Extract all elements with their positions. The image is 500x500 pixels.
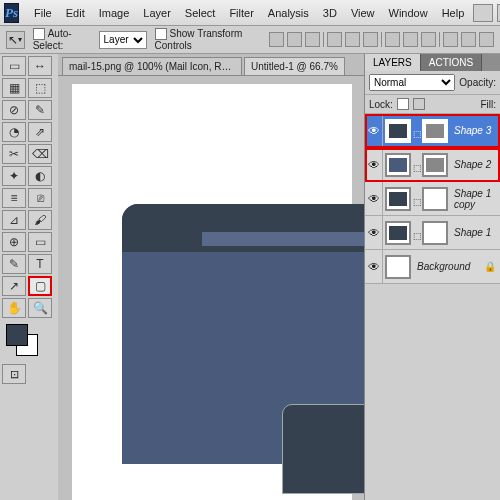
- layer-name[interactable]: Shape 1: [450, 227, 500, 238]
- mask-thumb[interactable]: [422, 153, 448, 177]
- menu-analysis[interactable]: Analysis: [261, 4, 316, 22]
- canvas-area[interactable]: [58, 76, 364, 500]
- layer-thumb[interactable]: [385, 187, 411, 211]
- tool-21[interactable]: ▢: [28, 276, 52, 296]
- panel-tab-layers[interactable]: LAYERS: [365, 54, 421, 71]
- lock-label: Lock:: [369, 99, 393, 110]
- visibility-toggle-icon[interactable]: 👁: [365, 182, 383, 215]
- tool-0[interactable]: ▭: [2, 56, 26, 76]
- bridge-icon[interactable]: [473, 4, 493, 22]
- shape-rect-selected: [282, 404, 364, 494]
- dist-icon[interactable]: [461, 32, 476, 47]
- visibility-toggle-icon[interactable]: 👁: [365, 114, 383, 147]
- document-tabs: mail-15.png @ 100% (Mail Icon, RGB/8) *U…: [58, 54, 364, 76]
- tool-8[interactable]: ✂: [2, 144, 26, 164]
- layer-link-icon[interactable]: ⬚: [413, 123, 420, 139]
- tool-12[interactable]: ≡: [2, 188, 26, 208]
- align-icon[interactable]: [269, 32, 284, 47]
- layer-name[interactable]: Shape 1 copy: [450, 188, 500, 210]
- tool-19[interactable]: T: [28, 254, 52, 274]
- align-icon[interactable]: [287, 32, 302, 47]
- tool-7[interactable]: ⇗: [28, 122, 52, 142]
- align-icon[interactable]: [363, 32, 378, 47]
- opacity-label: Opacity:: [459, 77, 496, 88]
- align-icon[interactable]: [345, 32, 360, 47]
- layer-name[interactable]: Shape 2: [450, 159, 500, 170]
- dist-icon[interactable]: [443, 32, 458, 47]
- tool-1[interactable]: ↔: [28, 56, 52, 76]
- menu-window[interactable]: Window: [382, 4, 435, 22]
- layer-row[interactable]: 👁Background🔒: [365, 250, 500, 284]
- tool-14[interactable]: ⊿: [2, 210, 26, 230]
- move-tool-icon[interactable]: ↖▾: [6, 31, 25, 49]
- layer-thumb[interactable]: [385, 221, 411, 245]
- tool-18[interactable]: ✎: [2, 254, 26, 274]
- dist-icon[interactable]: [403, 32, 418, 47]
- color-swatches[interactable]: [6, 324, 46, 354]
- menu-view[interactable]: View: [344, 4, 382, 22]
- layer-row[interactable]: 👁⬚Shape 1: [365, 216, 500, 250]
- auto-select-target[interactable]: Layer: [99, 31, 147, 49]
- quickmask-icon[interactable]: ⊡: [2, 364, 26, 384]
- tool-9[interactable]: ⌫: [28, 144, 52, 164]
- align-icon[interactable]: [305, 32, 320, 47]
- layer-thumb[interactable]: [385, 153, 411, 177]
- layer-link-icon[interactable]: ⬚: [413, 225, 420, 241]
- mask-thumb[interactable]: [422, 187, 448, 211]
- layer-thumb[interactable]: [385, 255, 411, 279]
- dist-icon[interactable]: [421, 32, 436, 47]
- tool-4[interactable]: ⊘: [2, 100, 26, 120]
- tool-17[interactable]: ▭: [28, 232, 52, 252]
- tool-16[interactable]: ⊕: [2, 232, 26, 252]
- menu-filter[interactable]: Filter: [222, 4, 260, 22]
- dist-icon[interactable]: [385, 32, 400, 47]
- lock-pixels-icon[interactable]: [413, 98, 425, 110]
- layer-thumbs: ⬚: [383, 151, 450, 179]
- mask-thumb[interactable]: [422, 221, 448, 245]
- app-logo: Ps: [4, 3, 19, 23]
- align-icon[interactable]: [327, 32, 342, 47]
- menu-3d[interactable]: 3D: [316, 4, 344, 22]
- lock-icon: 🔒: [484, 261, 500, 272]
- tool-6[interactable]: ◔: [2, 122, 26, 142]
- menu-edit[interactable]: Edit: [59, 4, 92, 22]
- doc-tab[interactable]: Untitled-1 @ 66.7%: [244, 57, 345, 75]
- tool-23[interactable]: 🔍: [28, 298, 52, 318]
- blend-mode-select[interactable]: Normal: [369, 74, 455, 91]
- menu-image[interactable]: Image: [92, 4, 137, 22]
- menu-file[interactable]: File: [27, 4, 59, 22]
- visibility-toggle-icon[interactable]: 👁: [365, 216, 383, 249]
- panel-tab-actions[interactable]: ACTIONS: [421, 54, 482, 71]
- auto-select-checkbox[interactable]: Auto-Select:: [33, 28, 91, 51]
- menu-help[interactable]: Help: [435, 4, 472, 22]
- tool-22[interactable]: ✋: [2, 298, 26, 318]
- tool-10[interactable]: ✦: [2, 166, 26, 186]
- menubar: Ps FileEditImageLayerSelectFilterAnalysi…: [0, 0, 500, 26]
- layer-name[interactable]: Shape 3: [450, 125, 500, 136]
- layer-link-icon[interactable]: ⬚: [413, 191, 420, 207]
- tool-15[interactable]: 🖌: [28, 210, 52, 230]
- doc-tab[interactable]: mail-15.png @ 100% (Mail Icon, RGB/8) *: [62, 57, 242, 75]
- show-transform-checkbox[interactable]: Show Transform Controls: [155, 28, 261, 51]
- layer-row[interactable]: 👁⬚Shape 3: [365, 114, 500, 148]
- tool-3[interactable]: ⬚: [28, 78, 52, 98]
- menu-layer[interactable]: Layer: [136, 4, 178, 22]
- layer-name[interactable]: Background: [413, 261, 484, 272]
- tool-13[interactable]: ⎚: [28, 188, 52, 208]
- mask-thumb[interactable]: [422, 119, 448, 143]
- layer-row[interactable]: 👁⬚Shape 1 copy: [365, 182, 500, 216]
- tool-11[interactable]: ◐: [28, 166, 52, 186]
- tool-2[interactable]: ▦: [2, 78, 26, 98]
- layer-link-icon[interactable]: ⬚: [413, 157, 420, 173]
- visibility-toggle-icon[interactable]: 👁: [365, 148, 383, 181]
- layer-thumb[interactable]: [385, 119, 411, 143]
- visibility-toggle-icon[interactable]: 👁: [365, 250, 383, 283]
- dist-icon[interactable]: [479, 32, 494, 47]
- fill-label: Fill:: [480, 99, 496, 110]
- tool-20[interactable]: ↗: [2, 276, 26, 296]
- layer-row[interactable]: 👁⬚Shape 2: [365, 148, 500, 182]
- toolbox: ▭↔▦⬚⊘✎◔⇗✂⌫✦◐≡⎚⊿🖌⊕▭✎T↗▢✋🔍⊡: [0, 54, 54, 386]
- lock-transparency-icon[interactable]: [397, 98, 409, 110]
- menu-select[interactable]: Select: [178, 4, 223, 22]
- tool-5[interactable]: ✎: [28, 100, 52, 120]
